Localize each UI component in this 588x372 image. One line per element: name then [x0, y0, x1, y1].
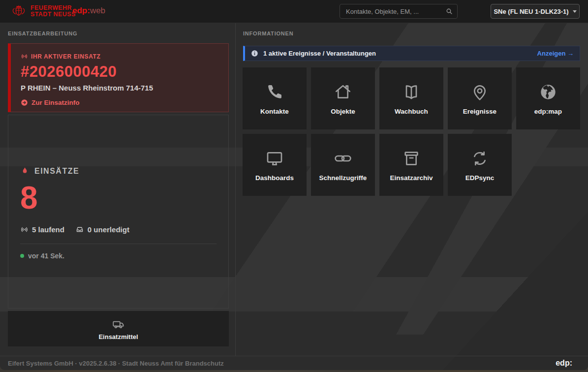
zur-einsatzinfo-link[interactable]: Zur Einsatzinfo: [21, 99, 219, 106]
einsatzmittel-label: Einsatzmittel: [98, 333, 138, 341]
einsaetze-title: EINSÄTZE: [34, 167, 79, 176]
app-window: FEUERWEHR STADT NEUSS edp:web SNe (FL NE…: [0, 0, 588, 370]
last-updated: vor 41 Sek.: [20, 252, 217, 260]
status-dot-icon: [20, 254, 24, 258]
phone-icon: [265, 82, 284, 102]
house-icon: [333, 82, 353, 102]
footer: Eifert Systems GmbH · v2025.2.6.38 · Sta…: [0, 356, 588, 370]
screen: FEUERWEHR STADT NEUSS edp:web SNe (FL NE…: [0, 0, 588, 372]
app-name-bold: edp:: [72, 6, 90, 15]
unit-selector-value: SNe (FL NEU 1-DLK23-1): [494, 8, 568, 15]
geo-pin-icon: [470, 82, 490, 102]
book-icon: [402, 82, 421, 102]
truck-icon: [112, 317, 125, 331]
informationen-panel: INFORMATIONEN 1 aktive Ereignisse / Vera…: [236, 23, 588, 356]
tiles-grid: KontakteObjekteWachbuchEreignisseedp:map…: [243, 67, 581, 196]
broadcast-icon: [21, 53, 28, 60]
tile-label: Einsatzarchiv: [390, 174, 433, 182]
search-input[interactable]: [340, 4, 458, 19]
tile-label: Objekte: [331, 108, 355, 115]
tile-ereignisse[interactable]: Ereignisse: [448, 67, 512, 129]
tile-label: edp:map: [534, 108, 562, 115]
brand-text: FEUERWEHR STADT NEUSS: [31, 5, 76, 18]
tile-einsatzarchiv[interactable]: Einsatzarchiv: [379, 134, 443, 196]
app-name: edp:web: [72, 6, 105, 16]
right-panel-header: INFORMATIONEN: [243, 31, 293, 36]
tile-einsatzmittel[interactable]: Einsatzmittel: [8, 311, 229, 346]
anzeigen-link[interactable]: Anzeigen →: [537, 50, 574, 57]
tile-label: Kontakte: [260, 108, 289, 115]
running-stat: 5 laufend: [20, 225, 64, 234]
broadcast-icon: [20, 225, 29, 234]
tile-edpsync[interactable]: EDPsync: [448, 134, 512, 196]
app-name-light: web: [90, 6, 105, 15]
divider: [20, 244, 217, 244]
zur-einsatzinfo-label: Zur Einsatzinfo: [31, 99, 80, 106]
tile-label: EDPsync: [465, 174, 495, 182]
top-bar: FEUERWEHR STADT NEUSS edp:web SNe (FL NE…: [0, 0, 588, 23]
link-icon: [333, 149, 353, 168]
unit-selector-dropdown[interactable]: SNe (FL NEU 1-DLK23-1): [491, 4, 580, 19]
footer-credits: Eifert Systems GmbH · v2025.2.6.38 · Sta…: [8, 360, 224, 367]
coat-of-arms-icon: [11, 3, 27, 19]
sync-icon: [470, 149, 490, 168]
tile-wachbuch[interactable]: Wachbuch: [379, 67, 443, 129]
tile-objekte[interactable]: Objekte: [311, 67, 375, 129]
tile-dashboards[interactable]: Dashboards: [243, 134, 307, 196]
tile-label: Ereignisse: [463, 108, 496, 115]
tile-label: Dashboards: [255, 174, 294, 182]
flame-icon: [20, 166, 30, 176]
events-banner[interactable]: 1 aktive Ereignisse / Veranstaltungen An…: [243, 46, 580, 61]
running-label: 5 laufend: [32, 225, 64, 234]
inbox-icon: [75, 225, 84, 234]
info-icon: [251, 50, 258, 57]
search-icon: [445, 7, 453, 15]
archive-icon: [402, 149, 421, 168]
active-incident-number: #2026000420: [21, 63, 219, 81]
monitor-icon: [265, 149, 284, 168]
globe-icon: [538, 82, 558, 102]
active-incident-card[interactable]: IHR AKTIVER EINSATZ #2026000420 P RHEIN …: [8, 43, 229, 112]
tile-kontakte[interactable]: Kontakte: [243, 67, 307, 129]
arrow-right-circle-icon: [21, 99, 28, 106]
tile-schnellzugriffe[interactable]: Schnellzugriffe: [311, 134, 375, 196]
events-banner-text: 1 aktive Ereignisse / Veranstaltungen: [263, 50, 376, 57]
left-panel-header: EINSATZBEARBEITUNG: [8, 31, 77, 36]
tile-label: Wachbuch: [395, 108, 428, 115]
tile-label: Schnellzugriffe: [319, 174, 367, 182]
brand[interactable]: FEUERWEHR STADT NEUSS: [11, 3, 76, 19]
einsaetze-card: EINSÄTZE 8 5 laufend: [8, 115, 229, 309]
pending-label: 0 unerledigt: [88, 225, 129, 234]
einsatzbearbeitung-panel: EINSATZBEARBEITUNG IHR AKTIVER EINSATZ #…: [0, 23, 235, 356]
brand-line2: STADT NEUSS: [31, 11, 76, 18]
chevron-down-icon: [573, 10, 577, 13]
last-updated-label: vor 41 Sek.: [28, 252, 64, 260]
pending-stat: 0 unerledigt: [75, 225, 129, 234]
active-incident-label: IHR AKTIVER EINSATZ: [31, 53, 100, 60]
tile-edp-map[interactable]: edp:map: [516, 67, 580, 129]
active-incident-description: P RHEIN – Neuss Rheinstrom 714-715: [21, 84, 219, 92]
einsaetze-count: 8: [20, 182, 217, 214]
footer-brand: edp:: [556, 359, 572, 368]
global-search: [340, 4, 458, 19]
